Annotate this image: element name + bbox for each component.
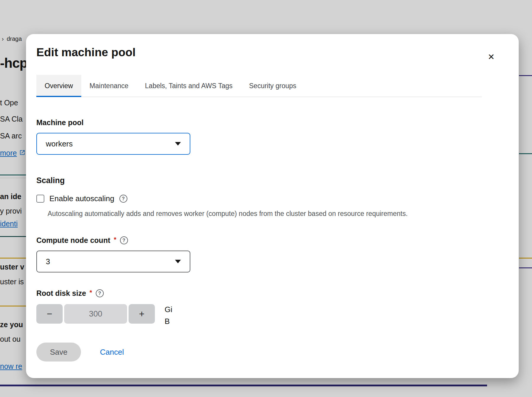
chevron-down-icon bbox=[175, 142, 181, 146]
modal-footer: Save Cancel bbox=[36, 343, 498, 362]
edit-machine-pool-modal: Edit machine pool ✕ Overview Maintenance… bbox=[26, 34, 519, 378]
tab-security-groups[interactable]: Security groups bbox=[241, 75, 305, 97]
machine-pool-select[interactable]: workers bbox=[36, 133, 190, 155]
scaling-heading: Scaling bbox=[36, 176, 498, 185]
compute-node-count-label: Compute node count * ? bbox=[36, 236, 498, 245]
root-disk-size-label: Root disk size * ? bbox=[36, 289, 498, 298]
close-icon[interactable]: ✕ bbox=[484, 50, 498, 64]
compute-node-count-selected-value: 3 bbox=[46, 257, 50, 266]
enable-autoscaling-checkbox[interactable] bbox=[36, 195, 44, 203]
tab-labels-taints-aws-tags[interactable]: Labels, Taints and AWS Tags bbox=[137, 75, 241, 97]
autoscaling-help-icon[interactable]: ? bbox=[119, 195, 127, 203]
tab-maintenance[interactable]: Maintenance bbox=[81, 75, 137, 97]
enable-autoscaling-label: Enable autoscaling bbox=[49, 194, 114, 203]
root-disk-size-unit: GiB bbox=[165, 304, 176, 327]
root-disk-size-label-text: Root disk size bbox=[36, 289, 86, 298]
required-asterisk: * bbox=[114, 236, 116, 243]
plus-icon[interactable]: + bbox=[129, 304, 155, 324]
chevron-down-icon bbox=[175, 260, 181, 263]
machine-pool-label: Machine pool bbox=[36, 118, 498, 127]
save-button[interactable]: Save bbox=[36, 343, 81, 362]
autoscaling-helper-text: Autoscaling automatically adds and remov… bbox=[48, 210, 498, 218]
compute-node-count-label-text: Compute node count bbox=[36, 236, 110, 245]
modal-title: Edit machine pool bbox=[36, 45, 498, 59]
minus-icon[interactable]: − bbox=[36, 304, 63, 324]
enable-autoscaling-row: Enable autoscaling ? bbox=[36, 194, 498, 203]
tab-overview[interactable]: Overview bbox=[36, 75, 81, 97]
modal-tabs: Overview Maintenance Labels, Taints and … bbox=[36, 75, 482, 97]
machine-pool-selected-value: workers bbox=[46, 139, 73, 149]
root-disk-size-number-input: − 300 + GiB bbox=[36, 304, 498, 324]
root-disk-size-help-icon[interactable]: ? bbox=[96, 289, 104, 297]
required-asterisk: * bbox=[90, 289, 92, 296]
cancel-button[interactable]: Cancel bbox=[98, 347, 126, 357]
machine-pool-label-text: Machine pool bbox=[36, 118, 84, 127]
compute-node-count-help-icon[interactable]: ? bbox=[120, 236, 128, 244]
root-disk-size-value[interactable]: 300 bbox=[64, 304, 127, 324]
compute-node-count-select[interactable]: 3 bbox=[36, 251, 190, 272]
